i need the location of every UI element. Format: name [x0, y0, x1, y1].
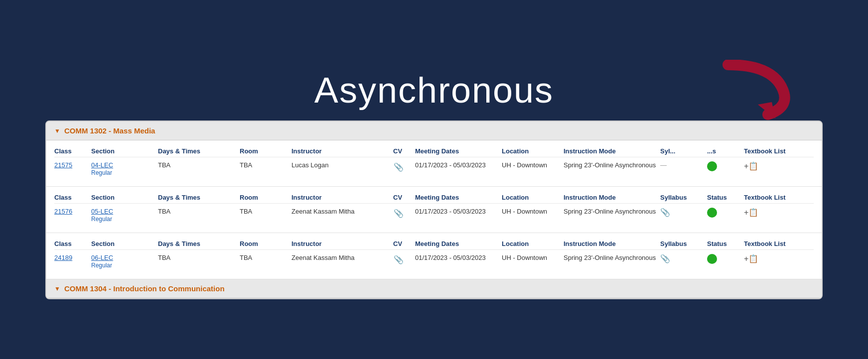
cell-textbook-21575[interactable]: +📋 [744, 161, 799, 171]
header-room-3: Room [240, 240, 289, 247]
cell-cv-24189[interactable]: 📎 [393, 254, 404, 265]
header-room-2: Room [240, 194, 289, 201]
course-title-2: COMM 1304 - Introduction to Communicatio… [64, 284, 225, 293]
table-header-1: Class Section Days & Times Room Instruct… [54, 144, 814, 157]
header-mode-3: Instruction Mode [564, 240, 658, 247]
textbook-icon-3: +📋 [744, 254, 758, 263]
header-cv-2: CV [393, 194, 413, 201]
cell-class-24189[interactable]: 24189 [54, 254, 89, 261]
title-section: Asynchronous [40, 55, 828, 120]
header-meeting-1: Meeting Dates [415, 147, 500, 155]
cell-textbook-24189[interactable]: +📋 [744, 254, 799, 263]
header-location-1: Location [502, 147, 562, 155]
table-header-3: Class Section Days & Times Room Instruct… [54, 237, 814, 250]
header-meeting-3: Meeting Dates [415, 240, 500, 247]
syllabus-icon-3: 📎 [660, 254, 670, 263]
cell-section-24189: 06-LEC Regular [91, 254, 156, 269]
collapse-icon[interactable]: ▼ [54, 127, 60, 134]
paperclip-icon-3: 📎 [394, 255, 404, 264]
header-class-1: Class [54, 147, 89, 155]
cell-class-21575[interactable]: 21575 [54, 161, 89, 169]
header-textbook-2: Textbook List [744, 194, 799, 201]
header-instructor-2: Instructor [291, 194, 391, 201]
cell-mode-21576: Spring 23'-Online Asynchronous [564, 208, 658, 215]
cell-meeting-21576: 01/17/2023 - 05/03/2023 [415, 208, 500, 215]
cell-section-21576: 05-LEC Regular [91, 208, 156, 223]
header-syllabus-1: Syl... [660, 147, 705, 155]
cell-meeting-21575: 01/17/2023 - 05/03/2023 [415, 161, 500, 169]
collapse-icon-2[interactable]: ▼ [54, 285, 60, 292]
header-status-3: Status [707, 240, 742, 247]
header-status-2: Status [707, 194, 742, 201]
header-location-2: Location [502, 194, 562, 201]
red-arrow-icon [698, 60, 798, 124]
cell-cv-21576[interactable]: 📎 [393, 208, 404, 219]
header-syllabus-3: Syllabus [660, 240, 705, 247]
content-area: ▼ COMM 1302 - Mass Media Class Section D… [45, 120, 823, 299]
cell-instructor-21576: Zeenat Kassam Mitha [291, 208, 391, 215]
header-days-1: Days & Times [158, 147, 238, 155]
header-meeting-2: Meeting Dates [415, 194, 500, 201]
header-mode-2: Instruction Mode [564, 194, 658, 201]
cell-class-21576[interactable]: 21576 [54, 208, 89, 215]
cell-instructor-21575: Lucas Logan [291, 161, 391, 169]
header-syllabus-2: Syllabus [660, 194, 705, 201]
cell-room-21576: TBA [240, 208, 289, 215]
header-class-3: Class [54, 240, 89, 247]
status-dot-21575 [707, 161, 717, 171]
cell-mode-24189: Spring 23'-Online Asynchronous [564, 254, 658, 261]
paperclip-icon-2: 📎 [394, 209, 404, 218]
header-status-1: ...s [707, 147, 742, 155]
table-section-2: Class Section Days & Times Room Instruct… [46, 187, 822, 233]
cell-instructor-24189: Zeenat Kassam Mitha [291, 254, 391, 261]
cell-days-21576: TBA [158, 208, 238, 215]
course-title-1: COMM 1302 - Mass Media [64, 126, 155, 135]
status-dot-21576 [707, 208, 717, 218]
cell-syllabus-24189[interactable]: 📎 [660, 254, 705, 263]
cell-status-24189 [707, 254, 742, 265]
cell-syllabus-21576[interactable]: 📎 [660, 208, 705, 217]
header-section-3: Section [91, 240, 156, 247]
syllabus-icon-2: 📎 [660, 208, 670, 217]
cell-section-21575: 04-LEC Regular [91, 161, 156, 176]
header-days-2: Days & Times [158, 194, 238, 201]
header-instructor-1: Instructor [291, 147, 391, 155]
cell-room-21575: TBA [240, 161, 289, 169]
table-row-1: 21575 04-LEC Regular TBA TBA Lucas Logan… [54, 157, 814, 180]
table-section-3: Class Section Days & Times Room Instruct… [46, 233, 822, 279]
header-cv-1: CV [393, 147, 413, 155]
header-section-2: Section [91, 194, 156, 201]
header-days-3: Days & Times [158, 240, 238, 247]
header-textbook-3: Textbook List [744, 240, 799, 247]
header-instructor-3: Instructor [291, 240, 391, 247]
header-mode-1: Instruction Mode [564, 147, 658, 155]
cell-status-21575 [707, 161, 742, 173]
cell-location-21576: UH - Downtown [502, 208, 562, 215]
cell-location-24189: UH - Downtown [502, 254, 562, 261]
cell-days-21575: TBA [158, 161, 238, 169]
cell-syllabus-21575: — [660, 161, 705, 169]
cell-room-24189: TBA [240, 254, 289, 261]
paperclip-icon: 📎 [394, 162, 404, 172]
cell-mode-21575: Spring 23'-Online Asynchronous [564, 161, 658, 169]
cell-textbook-21576[interactable]: +📋 [744, 208, 799, 217]
cell-cv-21575[interactable]: 📎 [393, 161, 404, 172]
cell-status-21576 [707, 208, 742, 219]
textbook-icon-2: +📋 [744, 208, 758, 217]
page-container: Asynchronous ▼ COMM 1302 - Mass Media Cl… [40, 55, 828, 304]
status-dot-24189 [707, 254, 717, 264]
header-cv-3: CV [393, 240, 413, 247]
cell-meeting-24189: 01/17/2023 - 05/03/2023 [415, 254, 500, 261]
header-class-2: Class [54, 194, 89, 201]
table-header-2: Class Section Days & Times Room Instruct… [54, 191, 814, 204]
table-row-3: 24189 06-LEC Regular TBA TBA Zeenat Kass… [54, 250, 814, 273]
textbook-icon: +📋 [744, 161, 758, 171]
header-textbook-1: Textbook List [744, 147, 799, 155]
header-section-1: Section [91, 147, 156, 155]
header-room-1: Room [240, 147, 289, 155]
table-section-1: Class Section Days & Times Room Instruct… [46, 140, 822, 187]
cell-location-21575: UH - Downtown [502, 161, 562, 169]
course-header-2: ▼ COMM 1304 - Introduction to Communicat… [46, 279, 822, 298]
header-location-3: Location [502, 240, 562, 247]
cell-days-24189: TBA [158, 254, 238, 261]
